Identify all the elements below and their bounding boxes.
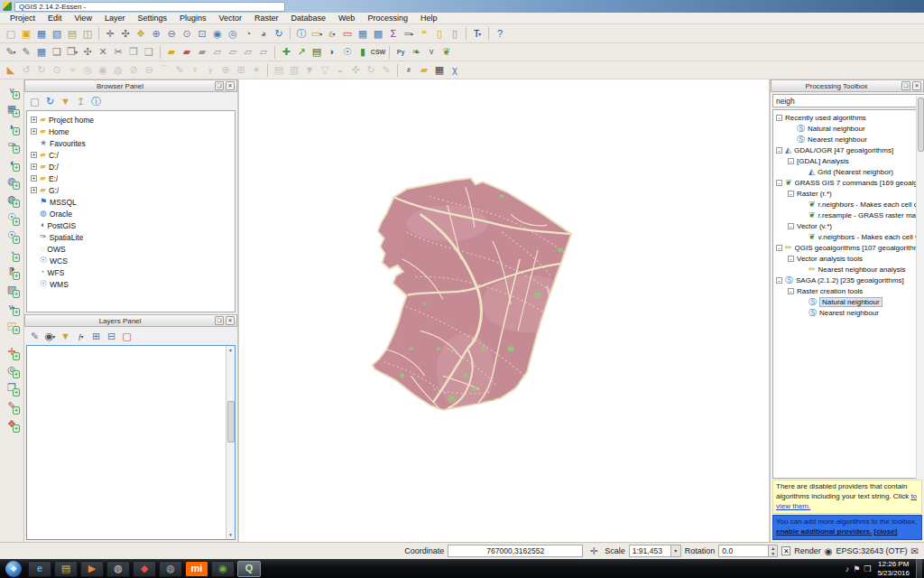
save-layer-edits-icon[interactable]: ▦▾ (34, 45, 49, 60)
add-selected-layers-icon[interactable]: ▢▾ (28, 95, 42, 108)
map-canvas[interactable] (239, 79, 769, 542)
pan-to-selection-icon[interactable]: ❖▾ (134, 26, 148, 41)
browser-item-postgis[interactable]: ◖ PostGIS (31, 219, 235, 231)
qgis-taskbar-icon[interactable]: Q (237, 561, 261, 577)
save-project-icon[interactable]: ▦▾ (34, 26, 49, 41)
algorithm-search-input[interactable] (772, 94, 924, 107)
label-icon[interactable]: ▰▾ (164, 45, 179, 60)
float-panel-button[interactable]: ❏ (215, 316, 224, 325)
python-console-icon[interactable]: Py▾ (393, 45, 408, 60)
scroll-thumb[interactable] (918, 98, 924, 152)
float-panel-button[interactable]: ❏ (901, 81, 910, 90)
new-geopackage-layer-icon[interactable]: ◰▾ (4, 318, 20, 333)
add-postgis-layer-icon[interactable]: ◗▾ (325, 45, 339, 60)
expander-icon[interactable]: + (31, 163, 37, 170)
deselect-features-icon[interactable]: ▭▾ (340, 26, 355, 41)
open-project-icon[interactable]: ▣▾ (19, 26, 33, 41)
browser-item-c-drive[interactable]: + ▰ C:/ (31, 149, 235, 161)
menu-layer[interactable]: Layer (98, 14, 132, 23)
annotation-note-icon[interactable]: ▰▾ (417, 63, 431, 78)
filter-browser-icon[interactable]: ▼▾ (59, 95, 72, 108)
refresh-browser-icon[interactable]: ↻▾ (43, 95, 57, 108)
spin-down-icon[interactable]: ▼ (769, 551, 777, 556)
delete-ring-icon[interactable]: ⊘▾ (126, 63, 141, 78)
alg-nearest-neighbour[interactable]: Ⓢ Nearest neighbour (773, 307, 921, 318)
topology-checker-icon[interactable]: V▾ (424, 45, 439, 60)
pdf-reader-icon[interactable]: ◆ (133, 561, 156, 577)
properties-widget-icon[interactable]: ⓘ▾ (89, 95, 103, 108)
float-panel-button[interactable]: ❏ (215, 81, 224, 90)
coordinate-input[interactable]: 767000,3162552 (448, 545, 583, 557)
close-panel-button[interactable]: ✕ (226, 81, 235, 90)
expander-icon[interactable]: + (31, 117, 37, 123)
expander-icon[interactable]: - (788, 158, 794, 164)
browser-item-ows[interactable]: ◌ OWS (31, 243, 235, 255)
crosshair-icon[interactable]: ✛▾ (4, 344, 20, 359)
menu-web[interactable]: Web (332, 14, 361, 23)
add-delimited-text-layer-icon[interactable]: ⁋▾ (4, 264, 20, 279)
collapse-all-icon[interactable]: ⊟▾ (105, 330, 118, 343)
scroll-down-icon[interactable]: ▼ (228, 531, 233, 539)
menu-settings[interactable]: Settings (131, 14, 173, 23)
expander-icon[interactable]: - (776, 147, 782, 154)
fill-ring-icon[interactable]: ◍▾ (111, 63, 125, 78)
add-wcs-layer-icon[interactable]: ☉▾ (4, 228, 20, 243)
alg-nearest-neighbour-recent[interactable]: Ⓢ Nearest neighbour (773, 134, 921, 144)
show-hide-labels-icon[interactable]: ▱▾ (210, 45, 225, 60)
taskbar-clock[interactable]: 12:26 PM 5/23/2016 (877, 560, 910, 577)
manage-visibility-icon[interactable]: ◉▾ (43, 330, 57, 343)
group-vector-analysis-tools[interactable]: - Vector analysis tools (773, 253, 921, 264)
add-mssql-layer-icon[interactable]: ◖▾ (4, 155, 20, 171)
expander-icon[interactable]: - (776, 180, 782, 186)
form-annotation-icon[interactable]: ✎▾ (4, 398, 20, 414)
crs-status-button[interactable]: EPSG:32643 (OTF) (836, 546, 908, 555)
flag-icon[interactable]: ⚑ (853, 564, 860, 573)
rotation-spinner[interactable]: 0.0▲▼ (718, 545, 778, 557)
scroll-thumb[interactable] (227, 401, 235, 443)
text-annotation-icon[interactable]: T▾ (470, 26, 485, 41)
add-raster-layer-icon[interactable]: ▦▾ (4, 101, 20, 117)
select-features-icon[interactable]: ▭▾ (310, 26, 324, 41)
close-panel-button[interactable]: ✕ (912, 81, 921, 90)
group-qgis-geoalgorithms[interactable]: - ✏ QGIS geoalgorithms [107 geoalgorithm… (773, 242, 921, 253)
show-desktop-button[interactable] (916, 559, 922, 578)
expander-icon[interactable]: + (31, 128, 37, 135)
remove-layer-icon[interactable]: ▢▾ (120, 330, 134, 343)
composer-manager-icon[interactable]: ◫▾ (80, 26, 95, 41)
add-raster-layer-icon[interactable]: ↗▾ (294, 45, 309, 60)
field-calculator-icon[interactable]: ▩▾ (371, 26, 385, 41)
add-part-icon[interactable]: ◉▾ (96, 63, 110, 78)
layers-scrollbar[interactable]: ▲ ▼ (226, 346, 235, 539)
cut-features-icon[interactable]: ✂▾ (111, 45, 125, 60)
change-label-icon[interactable]: ▱▾ (256, 45, 271, 60)
rotate-point-symbols-icon[interactable]: ✶▾ (249, 63, 263, 78)
group-grass-vector[interactable]: - Vector (v.*) (773, 220, 921, 231)
browser-item-project-home[interactable]: + ▰ Project home (31, 114, 235, 126)
window-icon[interactable]: ❒ (864, 564, 871, 573)
add-delimited-text-icon[interactable]: ▤▾ (310, 45, 324, 60)
mi-app-icon[interactable]: mi (185, 561, 208, 577)
rotate-label-2-icon[interactable]: ↻▾ (364, 63, 378, 78)
alg-r-neighbors[interactable]: ❦ r.neighbors - Makes each cell category… (773, 199, 921, 210)
pan-map-icon[interactable]: ✣▾ (118, 26, 133, 41)
show-bookmarks-icon[interactable]: ▯▾ (448, 26, 462, 41)
scale-combobox[interactable]: 1:91,453▾ (629, 545, 681, 557)
help-icon[interactable]: ?▾ (493, 26, 507, 41)
offset-curve-icon[interactable]: ⌒▾ (157, 63, 171, 78)
layer-labeling-icon[interactable]: ▤▾ (272, 63, 286, 78)
browser-item-wms[interactable]: ☉ WMS (31, 278, 235, 290)
move-label-icon[interactable]: ▱▾ (226, 45, 240, 60)
expander-icon[interactable]: + (31, 152, 37, 158)
browser-item-home[interactable]: + ▰ Home (31, 126, 235, 137)
browser-item-g-drive[interactable]: + ▰ G:/ (31, 184, 235, 196)
add-db-layer-icon[interactable]: ▮▾ (356, 45, 370, 60)
node-tool-icon[interactable]: ❏▾ (50, 45, 64, 60)
browser-item-e-drive[interactable]: + ▰ E:/ (31, 172, 235, 184)
alg-grid-nearest-neighbor[interactable]: ◭ Grid (Nearest neighbor) (773, 166, 921, 177)
statistics-icon[interactable]: χ▾ (448, 63, 462, 78)
add-virtual-layer-icon[interactable]: ▧▾ (4, 282, 20, 297)
browser-item-wfs[interactable]: ◔ WFS (31, 266, 235, 278)
menu-plugins[interactable]: Plugins (173, 14, 213, 23)
expander-icon[interactable]: - (788, 256, 794, 262)
merge-attributes-icon[interactable]: ⊞▾ (234, 63, 248, 78)
